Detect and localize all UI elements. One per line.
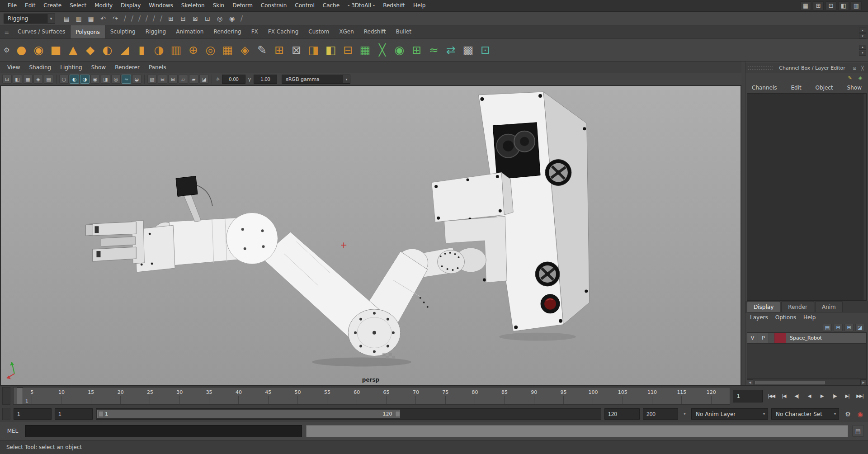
snap-curve-icon[interactable]: ⊟ bbox=[178, 13, 189, 24]
sidebar-toggle-icon[interactable]: ▥ bbox=[851, 1, 862, 10]
vertical-scrollbar[interactable] bbox=[863, 94, 866, 300]
group-separator[interactable]: ∕ bbox=[151, 13, 157, 24]
gamma-field[interactable] bbox=[254, 75, 277, 84]
menu-item[interactable]: Skeleton bbox=[177, 0, 209, 11]
camera-attributes-icon[interactable]: ▦ bbox=[23, 75, 33, 84]
step-forward-key-button[interactable]: |▶ bbox=[829, 390, 840, 402]
panel-layout-icon[interactable]: ⊞ bbox=[813, 1, 824, 10]
chevron-down-icon[interactable]: ▾ bbox=[760, 412, 768, 416]
range-start-handle[interactable] bbox=[99, 411, 104, 417]
connect-icon[interactable]: ⊞ bbox=[408, 41, 425, 59]
channel-box-menu-item[interactable]: Edit bbox=[791, 85, 801, 91]
poly-half-sphere-icon[interactable]: ◐ bbox=[99, 41, 116, 59]
layer-editor-tab[interactable]: Display bbox=[747, 301, 780, 312]
ipr-render-icon[interactable]: ⊡ bbox=[202, 13, 213, 24]
poly-plane-icon[interactable]: ◆ bbox=[82, 41, 99, 59]
scrollbar-thumb[interactable] bbox=[755, 381, 825, 384]
step-forward-frame-button[interactable]: ▶| bbox=[841, 390, 853, 402]
chevron-down-icon[interactable]: ▾ bbox=[831, 412, 839, 416]
layer-list[interactable]: V P Space_Robot bbox=[747, 332, 867, 379]
menu-item[interactable]: Create bbox=[39, 0, 66, 11]
command-language-label[interactable]: MEL bbox=[4, 428, 21, 434]
auto-keyframe-icon[interactable]: ◉ bbox=[854, 408, 866, 420]
channel-box-list[interactable] bbox=[747, 93, 867, 301]
new-scene-icon[interactable]: ▤ bbox=[61, 13, 72, 24]
booleans-icon[interactable]: ◎ bbox=[202, 41, 219, 59]
pencil-curve-icon[interactable]: ✎ bbox=[254, 41, 270, 59]
animation-end-field[interactable] bbox=[643, 408, 678, 420]
go-to-end-button[interactable]: ▶▶| bbox=[854, 390, 866, 402]
panel-grip[interactable] bbox=[748, 66, 773, 71]
paint-effects-icon[interactable]: ✎ bbox=[846, 74, 854, 81]
separate-icon[interactable]: ⊟ bbox=[340, 41, 356, 59]
lock-camera-icon[interactable]: ◧ bbox=[13, 75, 22, 84]
scroll-down-icon[interactable]: ▾ bbox=[859, 33, 866, 38]
resolution-gate-icon[interactable]: ▰ bbox=[189, 75, 198, 84]
select-camera-icon[interactable]: ⊡ bbox=[2, 75, 12, 84]
menu-item[interactable]: Skin bbox=[209, 0, 229, 11]
group-separator[interactable]: ∕ bbox=[158, 13, 164, 24]
command-result-field[interactable] bbox=[306, 425, 848, 437]
bevel-icon[interactable]: ◨ bbox=[305, 41, 322, 59]
menu-item[interactable]: Control bbox=[291, 0, 318, 11]
xray-icon[interactable]: ▧ bbox=[147, 75, 157, 84]
shelf-tab[interactable]: FX Caching bbox=[263, 25, 303, 38]
panel-menu-item[interactable]: Panels bbox=[144, 61, 171, 73]
current-frame-field[interactable] bbox=[733, 390, 763, 402]
group-separator[interactable]: ∕ bbox=[137, 13, 142, 24]
shelf-tab[interactable]: Animation bbox=[171, 25, 208, 38]
command-input[interactable] bbox=[25, 425, 302, 437]
layer-visible-toggle[interactable]: V bbox=[747, 333, 758, 343]
channel-box-titlebar[interactable]: Channel Box / Layer Editor ⊡╳ bbox=[745, 63, 868, 73]
gamma-icon[interactable]: γ bbox=[246, 76, 253, 82]
sphere-uv-project-icon[interactable]: ◑ bbox=[151, 41, 167, 59]
use-lights-icon[interactable]: ◉ bbox=[90, 75, 100, 84]
shelf-tab[interactable]: Sculpting bbox=[105, 25, 141, 38]
multi-component-icon[interactable]: ⊠ bbox=[288, 41, 305, 59]
snap-point-icon[interactable]: ⊠ bbox=[190, 13, 201, 24]
menu-item[interactable]: Cache bbox=[319, 0, 344, 11]
poly-cone-icon[interactable]: ▲ bbox=[65, 41, 81, 59]
grid-cube-icon[interactable]: ▦ bbox=[219, 41, 236, 59]
horizontal-scrollbar[interactable]: ◀ ▶ bbox=[747, 379, 867, 385]
chevron-down-icon[interactable]: ▾ bbox=[47, 14, 55, 23]
menu-item[interactable]: Display bbox=[117, 0, 145, 11]
input-output-icon[interactable]: ◈ bbox=[856, 74, 864, 81]
mirror-icon[interactable]: ◧ bbox=[322, 41, 339, 59]
panel-menu-item[interactable]: Shading bbox=[24, 61, 56, 73]
colorspace-dropdown[interactable]: sRGB gamma ▾ bbox=[282, 75, 350, 84]
close-icon[interactable]: ╳ bbox=[859, 65, 866, 71]
save-scene-icon[interactable]: ▦ bbox=[85, 13, 96, 24]
grid-toggle-icon[interactable]: ⊞ bbox=[168, 75, 178, 84]
dock-icon[interactable]: ⊡ bbox=[851, 65, 858, 71]
panel-menu-item[interactable]: Lighting bbox=[56, 61, 87, 73]
layer-name[interactable]: Space_Robot bbox=[786, 333, 866, 343]
playback-start-field[interactable] bbox=[55, 408, 93, 420]
combine-icon[interactable]: ⊕ bbox=[185, 41, 202, 59]
go-to-start-button[interactable]: |◀◀ bbox=[765, 390, 777, 402]
depth-of-field-icon[interactable]: ◒ bbox=[132, 75, 142, 84]
layer-editor-tab[interactable]: Anim bbox=[815, 301, 843, 312]
snap-grid-icon[interactable]: ⊞ bbox=[165, 13, 176, 24]
script-editor-icon[interactable]: ▤ bbox=[852, 425, 864, 437]
menu-item[interactable]: Modify bbox=[90, 0, 117, 11]
symmetry-icon[interactable]: ⇄ bbox=[443, 41, 459, 59]
menu-item[interactable]: Constrain bbox=[257, 0, 291, 11]
new-layer-icon[interactable]: ⊞ bbox=[844, 324, 854, 331]
extrude-icon[interactable]: ⊞ bbox=[271, 41, 288, 59]
chevron-down-icon[interactable]: ▾ bbox=[681, 408, 688, 420]
menu-item[interactable]: - 3DtoAll - bbox=[344, 0, 379, 11]
menu-item[interactable]: Help bbox=[409, 0, 429, 11]
time-slider[interactable]: 1 51015202530354045505560657075808590951… bbox=[13, 387, 730, 405]
undo-icon[interactable]: ↶ bbox=[98, 13, 108, 24]
playback-range-bar[interactable]: 1 120 bbox=[97, 410, 400, 418]
play-forward-button[interactable]: ▶ bbox=[816, 390, 828, 402]
antialias-icon[interactable]: ≈ bbox=[122, 75, 131, 84]
shelf-tab[interactable]: Custom bbox=[303, 25, 334, 38]
scroll-up-icon[interactable]: ▴ bbox=[859, 45, 866, 50]
playback-end-field[interactable] bbox=[604, 408, 640, 420]
layer-editor-tab[interactable]: Render bbox=[781, 301, 814, 312]
textured-icon[interactable]: ◑ bbox=[80, 75, 90, 84]
shelf-menu-icon[interactable]: ≡ bbox=[1, 25, 13, 38]
platonic-solid-icon[interactable]: ◈ bbox=[236, 41, 253, 59]
